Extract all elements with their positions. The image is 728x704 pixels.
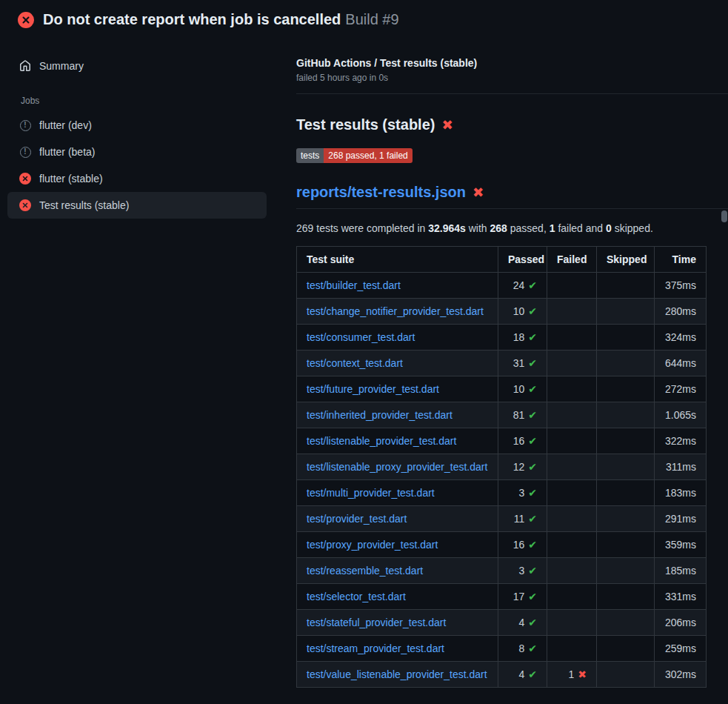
suite-cell: test/change_notifier_provider_test.dart xyxy=(297,299,498,325)
suite-cell: test/future_provider_test.dart xyxy=(297,376,498,402)
test-suite-link[interactable]: test/change_notifier_provider_test.dart xyxy=(307,305,484,317)
table-row: test/reassemble_test.dart3✔185ms xyxy=(297,558,707,584)
sidebar-item-flutter-beta[interactable]: !flutter (beta) xyxy=(7,139,267,165)
sidebar-item-flutter-stable[interactable]: flutter (stable) xyxy=(7,165,267,192)
test-suite-link[interactable]: test/multi_provider_test.dart xyxy=(307,487,435,499)
divider xyxy=(296,93,728,94)
passed-cell: 24✔ xyxy=(498,273,547,299)
time-cell: 322ms xyxy=(655,428,707,454)
badge-value: 268 passed, 1 failed xyxy=(324,148,412,163)
main-content: GitHub Actions / Test results (stable) f… xyxy=(274,38,728,704)
test-suite-link[interactable]: test/selector_test.dart xyxy=(307,591,406,602)
report-link[interactable]: reports/test-results.json xyxy=(296,184,466,200)
table-row: test/context_test.dart31✔644ms xyxy=(297,351,707,376)
check-icon: ✔ xyxy=(528,487,537,499)
test-suite-link[interactable]: test/reassemble_test.dart xyxy=(307,565,423,577)
test-suite-link[interactable]: test/stateful_provider_test.dart xyxy=(307,617,446,628)
page-title: Do not create report when job is cancell… xyxy=(43,11,399,28)
scrollbar-thumb[interactable] xyxy=(721,210,727,222)
table-row: test/builder_test.dart24✔375ms xyxy=(297,273,707,299)
passed-cell: 12✔ xyxy=(498,454,547,480)
passed-cell: 10✔ xyxy=(498,376,547,402)
time-cell: 375ms xyxy=(655,273,707,299)
skipped-cell xyxy=(597,351,655,376)
failed-status-icon xyxy=(18,12,34,28)
time-cell: 324ms xyxy=(655,325,707,351)
column-header: Failed xyxy=(547,247,597,273)
time-cell: 644ms xyxy=(655,351,707,376)
time-cell: 185ms xyxy=(655,558,707,584)
sidebar-item-label: Test results (stable) xyxy=(39,199,129,211)
skipped-cell xyxy=(597,480,655,506)
test-suite-link[interactable]: test/proxy_provider_test.dart xyxy=(307,539,438,551)
failed-cell xyxy=(547,325,597,351)
suite-cell: test/context_test.dart xyxy=(297,351,498,376)
passed-count: 10 xyxy=(513,383,525,395)
test-suite-link[interactable]: test/inherited_provider_test.dart xyxy=(307,409,453,421)
passed-count: 24 xyxy=(513,279,525,291)
jobs-section-label: Jobs xyxy=(7,79,267,112)
test-suite-link[interactable]: test/stream_provider_test.dart xyxy=(307,642,444,654)
suite-cell: test/inherited_provider_test.dart xyxy=(297,402,498,428)
passed-cell: 16✔ xyxy=(498,532,547,558)
passed-cell: 8✔ xyxy=(498,636,547,662)
failed-cell xyxy=(547,480,597,506)
test-suite-link[interactable]: test/consumer_test.dart xyxy=(307,331,415,343)
test-suite-link[interactable]: test/listenable_provider_test.dart xyxy=(307,435,456,447)
check-icon: ✔ xyxy=(528,461,537,473)
x-icon: ✖ xyxy=(578,668,587,680)
table-row: test/provider_test.dart11✔291ms xyxy=(297,506,707,532)
check-icon: ✔ xyxy=(528,513,537,525)
jobs-list: !flutter (dev)!flutter (beta)flutter (st… xyxy=(7,112,267,219)
test-suite-link[interactable]: test/builder_test.dart xyxy=(307,279,401,291)
suite-cell: test/listenable_proxy_provider_test.dart xyxy=(297,454,498,480)
check-icon: ✔ xyxy=(528,435,537,447)
suite-cell: test/consumer_test.dart xyxy=(297,325,498,351)
table-row: test/listenable_provider_test.dart16✔322… xyxy=(297,428,707,454)
skipped-cell xyxy=(597,376,655,402)
suite-cell: test/builder_test.dart xyxy=(297,273,498,299)
sidebar-item-test-results-stable[interactable]: Test results (stable) xyxy=(7,192,267,219)
time-cell: 291ms xyxy=(655,506,707,532)
passed-count: 8 xyxy=(518,642,524,654)
passed-cell: 11✔ xyxy=(498,506,547,532)
test-suite-link[interactable]: test/provider_test.dart xyxy=(307,513,407,525)
table-row: test/listenable_proxy_provider_test.dart… xyxy=(297,454,707,480)
x-circle-icon xyxy=(19,173,31,185)
passed-count: 81 xyxy=(513,409,525,421)
skipped-cell xyxy=(597,584,655,610)
test-suite-link[interactable]: test/future_provider_test.dart xyxy=(307,383,439,395)
skipped-cell xyxy=(597,506,655,532)
time-cell: 183ms xyxy=(655,480,707,506)
test-suite-link[interactable]: test/context_test.dart xyxy=(307,357,403,369)
passed-count: 16 xyxy=(513,539,525,551)
sidebar-item-flutter-dev[interactable]: !flutter (dev) xyxy=(7,112,267,139)
breadcrumb: GitHub Actions / Test results (stable) xyxy=(296,57,728,69)
check-icon: ✔ xyxy=(528,617,537,628)
skipped-cell xyxy=(597,558,655,584)
sidebar: Summary Jobs !flutter (dev)!flutter (bet… xyxy=(0,38,274,233)
x-emoji-icon: ✖ xyxy=(441,117,453,133)
failed-cell xyxy=(547,273,597,299)
passed-cell: 4✔ xyxy=(498,610,547,636)
skipped-cell xyxy=(597,299,655,325)
column-header: Skipped xyxy=(597,247,655,273)
time-cell: 302ms xyxy=(655,662,707,688)
skipped-cell xyxy=(597,428,655,454)
time-cell: 1.065s xyxy=(655,402,707,428)
sidebar-item-label: flutter (beta) xyxy=(39,146,95,158)
sidebar-item-summary[interactable]: Summary xyxy=(7,53,267,79)
passed-cell: 31✔ xyxy=(498,351,547,376)
failed-cell xyxy=(547,558,597,584)
table-row: test/multi_provider_test.dart3✔183ms xyxy=(297,480,707,506)
test-results-table: Test suitePassedFailedSkippedTime test/b… xyxy=(296,246,707,688)
passed-cell: 81✔ xyxy=(498,402,547,428)
passed-count: 17 xyxy=(513,591,525,602)
check-icon: ✔ xyxy=(528,383,537,395)
failed-cell xyxy=(547,506,597,532)
time-cell: 259ms xyxy=(655,636,707,662)
build-number: Build #9 xyxy=(345,11,398,27)
passed-count: 31 xyxy=(513,357,525,369)
test-suite-link[interactable]: test/value_listenable_provider_test.dart xyxy=(307,668,487,680)
test-suite-link[interactable]: test/listenable_proxy_provider_test.dart xyxy=(307,461,487,473)
